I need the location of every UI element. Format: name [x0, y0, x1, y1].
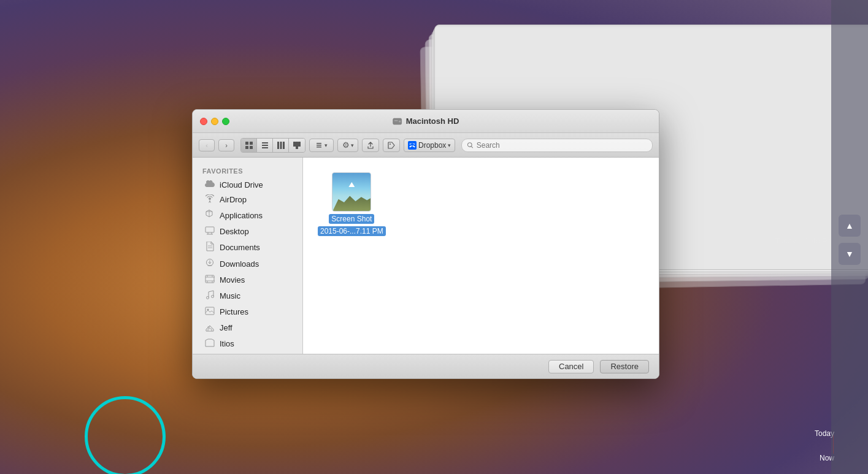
- documents-icon: [205, 242, 215, 253]
- icloud-icon: [205, 180, 215, 189]
- tag-icon: [387, 141, 396, 150]
- dropbox-button[interactable]: Dropbox ▾: [404, 139, 455, 152]
- back-button[interactable]: ‹: [199, 139, 215, 151]
- file-name-line1: Screen Shot: [329, 214, 374, 224]
- minimize-button[interactable]: [211, 118, 218, 125]
- icon-view-button[interactable]: [241, 139, 257, 152]
- action-button[interactable]: ⚙ ▾: [337, 139, 358, 152]
- maximize-button[interactable]: [222, 118, 229, 125]
- svg-rect-16: [317, 143, 321, 144]
- documents-label: Documents: [220, 243, 260, 252]
- sidebar-item-documents[interactable]: Documents: [195, 239, 300, 256]
- svg-rect-10: [277, 142, 279, 149]
- sidebar-item-applications[interactable]: Applications: [195, 207, 300, 224]
- svg-rect-7: [262, 142, 268, 143]
- pictures-icon: [205, 307, 215, 317]
- icloud-drive-label: iCloud Drive: [220, 180, 263, 189]
- sidebar-item-desktop[interactable]: Desktop: [195, 224, 300, 239]
- traffic-lights: [193, 118, 229, 125]
- svg-rect-6: [250, 146, 253, 149]
- music-icon: [205, 290, 215, 302]
- arrange-dropdown[interactable]: ▾: [309, 139, 334, 152]
- sidebar-item-airdrop[interactable]: AirDrop: [195, 192, 300, 207]
- svg-rect-32: [205, 275, 214, 283]
- svg-rect-17: [317, 145, 321, 146]
- svg-point-34: [212, 296, 214, 298]
- content-area: Favorites iCloud Drive: [193, 158, 659, 354]
- movies-label: Movies: [220, 275, 245, 285]
- tm-scroll-up-button[interactable]: ▲: [839, 215, 861, 237]
- jeff-icon: [205, 322, 215, 334]
- list-view-icon: [261, 141, 269, 150]
- share-icon: [366, 141, 375, 150]
- svg-point-33: [207, 297, 209, 299]
- itios-icon: [205, 338, 215, 349]
- file-thumbnail: [332, 172, 371, 212]
- downloads-icon: [205, 258, 215, 270]
- file-item-screenshot[interactable]: Screen Shot 2015-06-...7.11 PM: [315, 170, 388, 239]
- window-title: Macintosh HD: [393, 117, 459, 126]
- svg-rect-35: [205, 307, 214, 315]
- itios-label: Itios: [220, 339, 234, 348]
- applications-label: Applications: [220, 211, 263, 220]
- svg-rect-15: [298, 142, 301, 147]
- svg-rect-9: [262, 147, 268, 148]
- title-bar: Macintosh HD: [193, 110, 659, 133]
- sidebar: Favorites iCloud Drive: [193, 158, 303, 354]
- desktop-icon: [205, 226, 215, 237]
- hd-drive-icon: [393, 117, 402, 126]
- desktop-label: Desktop: [220, 227, 249, 236]
- svg-rect-13: [293, 142, 296, 147]
- svg-line-21: [471, 146, 472, 147]
- file-name-line2: 2015-06-...7.11 PM: [318, 226, 386, 236]
- close-button[interactable]: [200, 118, 207, 125]
- sidebar-item-music[interactable]: Music: [195, 288, 300, 304]
- airdrop-label: AirDrop: [220, 195, 247, 204]
- svg-rect-4: [250, 142, 253, 145]
- sidebar-item-movies[interactable]: Movies: [195, 272, 300, 288]
- cancel-button[interactable]: Cancel: [548, 360, 594, 373]
- svg-rect-18: [317, 147, 321, 148]
- svg-rect-24: [205, 227, 214, 232]
- downloads-label: Downloads: [220, 259, 259, 269]
- cover-flow-button[interactable]: [289, 139, 305, 152]
- tm-scroll-down-button[interactable]: ▼: [839, 243, 861, 265]
- tm-sidebar: ▲ ▼: [831, 0, 868, 474]
- svg-rect-5: [245, 146, 248, 149]
- sidebar-item-downloads[interactable]: Downloads: [195, 256, 300, 272]
- movies-icon: [205, 275, 215, 285]
- svg-point-1: [399, 120, 401, 122]
- jeff-label: Jeff: [220, 323, 232, 332]
- sidebar-item-itios[interactable]: Itios: [195, 336, 300, 351]
- search-input[interactable]: [477, 141, 647, 150]
- applications-icon: [205, 210, 215, 221]
- finder-window: Macintosh HD ‹ ›: [192, 109, 659, 379]
- sidebar-item-jeff[interactable]: Jeff: [195, 319, 300, 336]
- sidebar-item-icloud-drive[interactable]: iCloud Drive: [195, 177, 300, 192]
- restore-button[interactable]: Restore: [600, 360, 649, 373]
- icon-view-icon: [245, 141, 253, 150]
- music-label: Music: [220, 291, 240, 300]
- search-box[interactable]: [461, 139, 653, 152]
- share-button[interactable]: [362, 139, 379, 152]
- arrange-icon: [316, 142, 323, 149]
- column-view-button[interactable]: [273, 139, 289, 152]
- file-area[interactable]: Screen Shot 2015-06-...7.11 PM: [303, 158, 659, 354]
- window-bottom-bar: Cancel Restore: [193, 354, 659, 378]
- svg-rect-3: [245, 142, 248, 145]
- sidebar-item-pictures[interactable]: Pictures: [195, 304, 300, 319]
- column-view-icon: [277, 141, 285, 150]
- view-options: [240, 138, 305, 153]
- svg-point-19: [390, 143, 391, 145]
- list-view-button[interactable]: [257, 139, 273, 152]
- dropbox-icon: [408, 141, 417, 150]
- forward-button[interactable]: ›: [218, 139, 234, 151]
- search-icon: [467, 142, 474, 149]
- toolbar: ‹ ›: [193, 133, 659, 158]
- svg-rect-11: [280, 142, 282, 149]
- svg-rect-8: [262, 145, 268, 146]
- svg-rect-12: [283, 142, 285, 149]
- pictures-label: Pictures: [220, 307, 248, 316]
- tag-button[interactable]: [383, 139, 400, 152]
- favorites-section-header: Favorites: [193, 162, 302, 177]
